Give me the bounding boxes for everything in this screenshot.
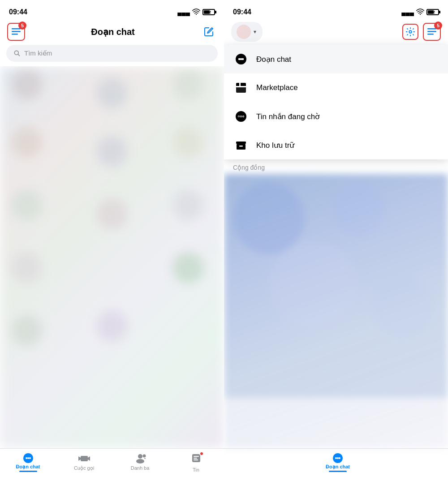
svg-point-24 xyxy=(136,459,144,464)
chat-tab-icon xyxy=(22,452,34,464)
svg-rect-29 xyxy=(194,459,198,460)
search-bar-left[interactable]: Tìm kiếm xyxy=(6,45,218,62)
svg-rect-28 xyxy=(194,458,197,459)
tab-indicator-right xyxy=(329,471,347,472)
community-content xyxy=(224,174,448,448)
svg-point-10 xyxy=(172,127,204,158)
nav-bar-right: ▾ 5 xyxy=(224,21,448,45)
svg-rect-43 xyxy=(239,83,241,86)
settings-button[interactable] xyxy=(402,24,418,40)
svg-rect-51 xyxy=(236,142,246,144)
svg-point-61 xyxy=(337,457,339,459)
menu-label-chat: Đoạn chat xyxy=(256,55,291,64)
menu-label-pending: Tin nhắn đang chờ xyxy=(256,112,319,121)
battery-icon-right: 32 xyxy=(426,9,439,15)
svg-point-6 xyxy=(96,77,128,109)
svg-point-38 xyxy=(242,58,244,60)
svg-point-60 xyxy=(335,457,337,459)
account-dropdown[interactable]: ▾ xyxy=(231,22,263,42)
svg-point-0 xyxy=(196,13,197,14)
marketplace-menu-icon xyxy=(233,80,249,96)
svg-point-9 xyxy=(96,136,128,167)
svg-point-19 xyxy=(26,457,27,459)
tab-label-chat-left: Đoạn chat xyxy=(16,464,40,470)
svg-rect-22 xyxy=(81,456,88,461)
menu-label-marketplace: Marketplace xyxy=(256,83,298,92)
badge-right: 5 xyxy=(434,21,442,30)
svg-point-8 xyxy=(11,127,43,158)
tab-label-contacts: Danh ba xyxy=(131,465,150,471)
svg-point-37 xyxy=(240,58,242,60)
status-bar-right: 09:44 ▄▄▄ 32 xyxy=(224,0,448,21)
svg-point-36 xyxy=(238,58,240,60)
tab-contacts-left[interactable]: Danh ba xyxy=(112,452,168,472)
svg-rect-34 xyxy=(427,34,434,35)
tab-news-left[interactable]: Tin xyxy=(168,452,224,474)
svg-point-7 xyxy=(172,69,204,100)
chat-menu-icon xyxy=(233,51,249,67)
tab-indicator-left xyxy=(19,471,37,472)
wifi-icon-right xyxy=(416,9,424,16)
dropdown-menu: Đoạn chat Marketplace xyxy=(224,45,448,159)
menu-item-archive[interactable]: Kho lưu trữ xyxy=(224,131,448,159)
svg-point-50 xyxy=(243,116,244,117)
menu-icon-right xyxy=(427,28,436,35)
tab-bar-left: Đoạn chat Cuộc gọi Danh ba xyxy=(0,448,224,485)
svg-rect-42 xyxy=(236,87,246,93)
right-panel: 09:44 ▄▄▄ 32 ▾ xyxy=(224,0,448,485)
svg-point-21 xyxy=(29,457,31,459)
svg-rect-27 xyxy=(194,456,199,457)
tab-label-chat-right: Đoạn chat xyxy=(326,464,350,470)
page-title-left: Đoạn chat xyxy=(91,26,135,37)
battery-icon-left: 32 xyxy=(202,9,215,15)
svg-point-15 xyxy=(172,252,204,283)
svg-rect-40 xyxy=(236,86,246,87)
contacts-tab-icon xyxy=(134,452,146,464)
gear-icon xyxy=(405,27,415,37)
menu-item-marketplace[interactable]: Marketplace xyxy=(224,73,448,102)
tab-chat-right[interactable]: Đoạn chat xyxy=(228,452,448,474)
svg-point-25 xyxy=(142,455,146,458)
svg-point-62 xyxy=(339,457,340,459)
svg-point-5 xyxy=(11,69,43,100)
svg-rect-3 xyxy=(12,34,18,35)
svg-rect-53 xyxy=(239,146,243,147)
svg-point-23 xyxy=(138,454,142,459)
svg-point-11 xyxy=(11,189,43,221)
compose-button[interactable] xyxy=(201,24,217,40)
status-icons-right: ▄▄▄ 32 xyxy=(401,9,439,16)
wifi-icon-left xyxy=(192,9,200,16)
chat-tab-icon-right xyxy=(332,452,344,464)
signal-icon-right: ▄▄▄ xyxy=(401,9,414,16)
chevron-down-icon: ▾ xyxy=(254,29,256,35)
menu-label-archive: Kho lưu trữ xyxy=(256,141,294,150)
chat-list-left xyxy=(0,66,224,448)
section-header-community: Cộng đồng xyxy=(224,159,448,174)
tab-calls-left[interactable]: Cuộc gọi xyxy=(56,452,112,473)
svg-point-57 xyxy=(269,241,358,330)
svg-point-58 xyxy=(372,277,435,339)
tab-chat-left[interactable]: Đoạn chat xyxy=(0,452,56,474)
svg-point-17 xyxy=(96,310,128,342)
calls-tab-icon xyxy=(78,452,90,464)
tab-label-news: Tin xyxy=(193,467,199,472)
svg-point-55 xyxy=(233,183,305,254)
time-right: 09:44 xyxy=(233,8,251,16)
dropdown-avatar xyxy=(237,25,251,39)
status-icons-left: ▄▄▄ 32 xyxy=(177,9,215,16)
menu-button-left[interactable]: 5 xyxy=(7,23,25,41)
menu-item-pending[interactable]: Tin nhắn đang chờ xyxy=(224,102,448,131)
svg-point-31 xyxy=(409,30,412,33)
menu-item-chat[interactable]: Đoạn chat xyxy=(224,45,448,73)
pending-menu-icon xyxy=(233,108,249,124)
search-placeholder-left: Tìm kiếm xyxy=(24,49,52,57)
svg-point-13 xyxy=(172,189,204,221)
time-left: 09:44 xyxy=(9,8,27,16)
svg-point-30 xyxy=(420,13,421,14)
svg-point-56 xyxy=(332,183,385,236)
left-panel: 09:44 ▄▄▄ 32 5 xyxy=(0,0,224,485)
svg-rect-2 xyxy=(12,31,21,32)
status-bar-left: 09:44 ▄▄▄ 32 xyxy=(0,0,224,21)
menu-button-right[interactable]: 5 xyxy=(423,23,441,41)
tab-label-calls: Cuộc gọi xyxy=(74,465,94,471)
